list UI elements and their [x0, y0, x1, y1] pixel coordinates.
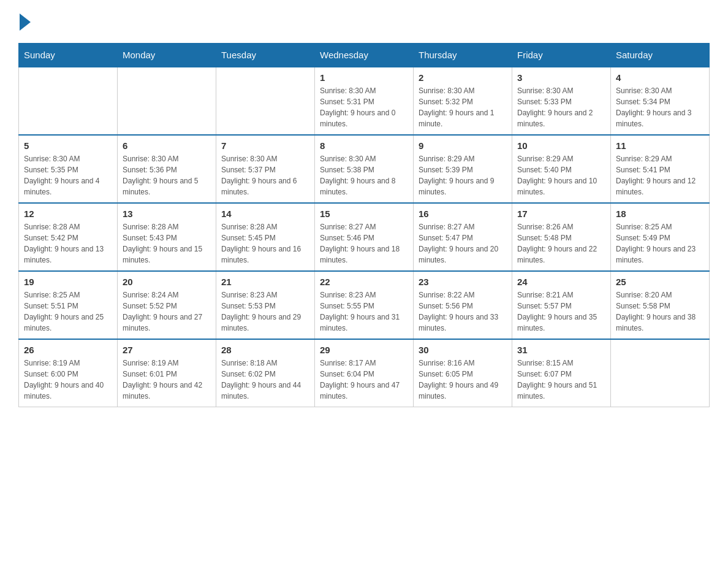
day-info: Sunrise: 8:30 AMSunset: 5:35 PMDaylight:…: [24, 153, 112, 197]
day-info: Sunrise: 8:30 AMSunset: 5:38 PMDaylight:…: [320, 153, 408, 197]
calendar-cell: 20Sunrise: 8:24 AMSunset: 5:52 PMDayligh…: [118, 271, 216, 339]
day-info: Sunrise: 8:29 AMSunset: 5:39 PMDaylight:…: [419, 153, 507, 197]
calendar-week-row: 5Sunrise: 8:30 AMSunset: 5:35 PMDaylight…: [19, 135, 710, 203]
day-of-week-header: Thursday: [414, 44, 512, 67]
calendar-cell: 27Sunrise: 8:19 AMSunset: 6:01 PMDayligh…: [118, 339, 216, 407]
day-number: 30: [419, 345, 507, 355]
day-info: Sunrise: 8:29 AMSunset: 5:41 PMDaylight:…: [616, 153, 704, 197]
day-info: Sunrise: 8:21 AMSunset: 5:57 PMDaylight:…: [517, 289, 605, 334]
day-info: Sunrise: 8:15 AMSunset: 6:07 PMDaylight:…: [517, 358, 605, 402]
day-number: 26: [24, 345, 112, 355]
calendar-table: SundayMondayTuesdayWednesdayThursdayFrid…: [18, 43, 710, 407]
calendar-cell: 4Sunrise: 8:30 AMSunset: 5:34 PMDaylight…: [611, 67, 710, 135]
day-of-week-header: Monday: [118, 44, 216, 67]
calendar-cell: 15Sunrise: 8:27 AMSunset: 5:46 PMDayligh…: [315, 203, 414, 271]
calendar-cell: 10Sunrise: 8:29 AMSunset: 5:40 PMDayligh…: [512, 135, 611, 203]
calendar-cell: 1Sunrise: 8:30 AMSunset: 5:31 PMDaylight…: [315, 67, 414, 135]
calendar-cell: 19Sunrise: 8:25 AMSunset: 5:51 PMDayligh…: [19, 271, 118, 339]
calendar-cell: [118, 67, 216, 135]
calendar-cell: 31Sunrise: 8:15 AMSunset: 6:07 PMDayligh…: [512, 339, 611, 407]
day-number: 7: [221, 140, 309, 151]
calendar-cell: [216, 67, 315, 135]
day-number: 29: [320, 345, 408, 355]
calendar-cell: 26Sunrise: 8:19 AMSunset: 6:00 PMDayligh…: [19, 339, 118, 407]
calendar-week-row: 19Sunrise: 8:25 AMSunset: 5:51 PMDayligh…: [19, 271, 710, 339]
day-number: 15: [320, 209, 408, 219]
calendar-cell: [19, 67, 118, 135]
day-info: Sunrise: 8:30 AMSunset: 5:32 PMDaylight:…: [419, 85, 507, 129]
calendar-cell: 18Sunrise: 8:25 AMSunset: 5:49 PMDayligh…: [611, 203, 710, 271]
day-info: Sunrise: 8:22 AMSunset: 5:56 PMDaylight:…: [419, 289, 507, 334]
calendar-cell: 24Sunrise: 8:21 AMSunset: 5:57 PMDayligh…: [512, 271, 611, 339]
logo: [18, 12, 31, 31]
calendar-cell: 28Sunrise: 8:18 AMSunset: 6:02 PMDayligh…: [216, 339, 315, 407]
day-info: Sunrise: 8:20 AMSunset: 5:58 PMDaylight:…: [616, 289, 704, 334]
calendar-cell: 7Sunrise: 8:30 AMSunset: 5:37 PMDaylight…: [216, 135, 315, 203]
day-info: Sunrise: 8:29 AMSunset: 5:40 PMDaylight:…: [517, 153, 605, 197]
day-info: Sunrise: 8:28 AMSunset: 5:45 PMDaylight:…: [221, 221, 309, 266]
day-number: 31: [517, 345, 605, 355]
calendar-cell: [611, 339, 710, 407]
day-of-week-header: Friday: [512, 44, 611, 67]
calendar-cell: 5Sunrise: 8:30 AMSunset: 5:35 PMDaylight…: [19, 135, 118, 203]
day-info: Sunrise: 8:23 AMSunset: 5:55 PMDaylight:…: [320, 289, 408, 334]
day-number: 5: [24, 140, 112, 151]
day-number: 19: [24, 277, 112, 287]
calendar-header-row: SundayMondayTuesdayWednesdayThursdayFrid…: [19, 44, 710, 67]
day-info: Sunrise: 8:30 AMSunset: 5:36 PMDaylight:…: [123, 153, 211, 197]
day-info: Sunrise: 8:30 AMSunset: 5:34 PMDaylight:…: [616, 85, 704, 129]
day-number: 12: [24, 209, 112, 219]
logo-arrow-icon: [20, 13, 31, 31]
day-info: Sunrise: 8:30 AMSunset: 5:31 PMDaylight:…: [320, 85, 408, 129]
calendar-cell: 6Sunrise: 8:30 AMSunset: 5:36 PMDaylight…: [118, 135, 216, 203]
calendar-week-row: 12Sunrise: 8:28 AMSunset: 5:42 PMDayligh…: [19, 203, 710, 271]
day-number: 27: [123, 345, 211, 355]
day-number: 24: [517, 277, 605, 287]
calendar-week-row: 1Sunrise: 8:30 AMSunset: 5:31 PMDaylight…: [19, 67, 710, 135]
day-info: Sunrise: 8:28 AMSunset: 5:42 PMDaylight:…: [24, 221, 112, 266]
day-info: Sunrise: 8:19 AMSunset: 6:00 PMDaylight:…: [24, 358, 112, 402]
day-number: 28: [221, 345, 309, 355]
day-number: 16: [419, 209, 507, 219]
calendar-cell: 17Sunrise: 8:26 AMSunset: 5:48 PMDayligh…: [512, 203, 611, 271]
calendar-cell: 25Sunrise: 8:20 AMSunset: 5:58 PMDayligh…: [611, 271, 710, 339]
calendar-cell: 2Sunrise: 8:30 AMSunset: 5:32 PMDaylight…: [414, 67, 512, 135]
day-of-week-header: Sunday: [19, 44, 118, 67]
day-info: Sunrise: 8:25 AMSunset: 5:49 PMDaylight:…: [616, 221, 704, 266]
calendar-week-row: 26Sunrise: 8:19 AMSunset: 6:00 PMDayligh…: [19, 339, 710, 407]
day-of-week-header: Saturday: [611, 44, 710, 67]
day-number: 9: [419, 140, 507, 151]
calendar-cell: 21Sunrise: 8:23 AMSunset: 5:53 PMDayligh…: [216, 271, 315, 339]
calendar-cell: 9Sunrise: 8:29 AMSunset: 5:39 PMDaylight…: [414, 135, 512, 203]
day-number: 8: [320, 140, 408, 151]
calendar-cell: 14Sunrise: 8:28 AMSunset: 5:45 PMDayligh…: [216, 203, 315, 271]
day-number: 6: [123, 140, 211, 151]
day-info: Sunrise: 8:16 AMSunset: 6:05 PMDaylight:…: [419, 358, 507, 402]
day-info: Sunrise: 8:24 AMSunset: 5:52 PMDaylight:…: [123, 289, 211, 334]
calendar-cell: 12Sunrise: 8:28 AMSunset: 5:42 PMDayligh…: [19, 203, 118, 271]
day-info: Sunrise: 8:19 AMSunset: 6:01 PMDaylight:…: [123, 358, 211, 402]
day-number: 21: [221, 277, 309, 287]
day-number: 2: [419, 72, 507, 83]
calendar-cell: 13Sunrise: 8:28 AMSunset: 5:43 PMDayligh…: [118, 203, 216, 271]
calendar-cell: 30Sunrise: 8:16 AMSunset: 6:05 PMDayligh…: [414, 339, 512, 407]
calendar-cell: 23Sunrise: 8:22 AMSunset: 5:56 PMDayligh…: [414, 271, 512, 339]
day-number: 25: [616, 277, 704, 287]
day-number: 23: [419, 277, 507, 287]
day-number: 18: [616, 209, 704, 219]
day-number: 17: [517, 209, 605, 219]
day-info: Sunrise: 8:27 AMSunset: 5:47 PMDaylight:…: [419, 221, 507, 266]
day-info: Sunrise: 8:26 AMSunset: 5:48 PMDaylight:…: [517, 221, 605, 266]
day-number: 22: [320, 277, 408, 287]
calendar-cell: 22Sunrise: 8:23 AMSunset: 5:55 PMDayligh…: [315, 271, 414, 339]
day-info: Sunrise: 8:27 AMSunset: 5:46 PMDaylight:…: [320, 221, 408, 266]
day-number: 10: [517, 140, 605, 151]
day-of-week-header: Wednesday: [315, 44, 414, 67]
day-info: Sunrise: 8:30 AMSunset: 5:33 PMDaylight:…: [517, 85, 605, 129]
day-number: 3: [517, 72, 605, 83]
day-number: 14: [221, 209, 309, 219]
calendar-cell: 16Sunrise: 8:27 AMSunset: 5:47 PMDayligh…: [414, 203, 512, 271]
day-info: Sunrise: 8:23 AMSunset: 5:53 PMDaylight:…: [221, 289, 309, 334]
day-number: 13: [123, 209, 211, 219]
day-info: Sunrise: 8:30 AMSunset: 5:37 PMDaylight:…: [221, 153, 309, 197]
